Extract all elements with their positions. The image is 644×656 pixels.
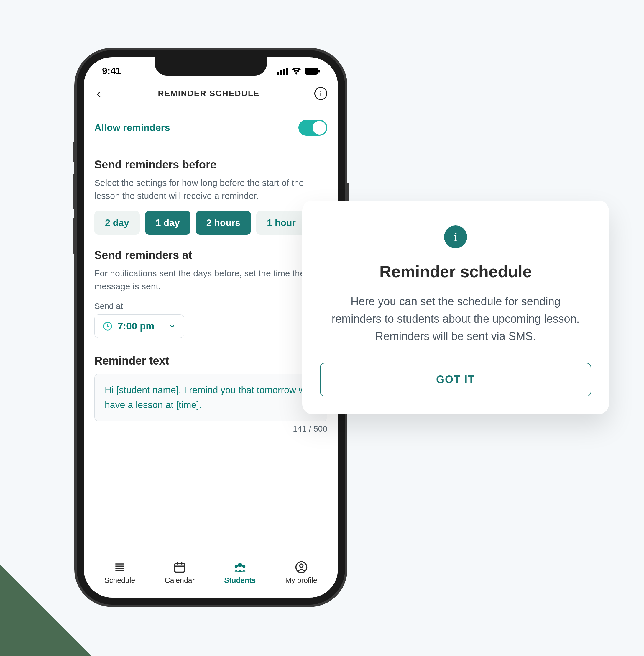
svg-rect-1 (280, 70, 282, 75)
calendar-icon (173, 561, 186, 574)
svg-rect-2 (283, 69, 285, 75)
svg-point-19 (300, 564, 303, 567)
allow-reminders-toggle[interactable] (298, 120, 327, 136)
svg-point-16 (234, 565, 238, 568)
tab-label: Students (224, 576, 256, 585)
status-time: 9:41 (102, 66, 121, 76)
info-modal: i Reminder schedule Here you can set the… (302, 201, 609, 414)
phone-volume-up (72, 174, 75, 209)
tab-label: Calendar (165, 576, 194, 585)
tab-profile[interactable]: My profile (285, 561, 317, 585)
send-at-value: 7:00 pm (118, 321, 155, 332)
send-at-title: Send reminders at (94, 249, 327, 262)
students-icon (233, 561, 247, 574)
phone-mute-switch (72, 141, 75, 162)
status-icons (277, 68, 320, 75)
svg-rect-0 (277, 72, 279, 75)
info-button[interactable]: i (314, 87, 327, 100)
allow-reminders-label: Allow reminders (94, 122, 170, 133)
tab-students[interactable]: Students (224, 561, 256, 585)
svg-rect-4 (305, 68, 318, 75)
tab-label: My profile (285, 576, 317, 585)
allow-reminders-row: Allow reminders (94, 112, 327, 144)
send-at-desc: For notifications sent the days before, … (94, 267, 327, 293)
header-bar: ‹ REMINDER SCHEDULE i (84, 80, 338, 108)
tab-bar: Schedule Calendar Students My profile (84, 555, 338, 597)
chip-2-day[interactable]: 2 day (94, 211, 140, 235)
chip-2-hours[interactable]: 2 hours (196, 211, 251, 235)
signal-icon (277, 68, 288, 75)
chevron-down-icon (169, 323, 176, 330)
phone-volume-down (72, 218, 75, 254)
send-before-desc: Select the settings for how long before … (94, 176, 327, 202)
svg-rect-3 (286, 68, 288, 75)
got-it-button[interactable]: GOT IT (320, 363, 591, 397)
battery-icon (305, 68, 320, 75)
info-icon: i (444, 225, 467, 248)
toggle-knob (313, 121, 326, 135)
reminder-text-header: Reminder text E (94, 355, 327, 367)
content-area: Allow reminders Send reminders before Se… (84, 108, 338, 555)
svg-point-15 (238, 563, 242, 567)
page-title: REMINDER SCHEDULE (158, 89, 259, 98)
tab-schedule[interactable]: Schedule (105, 561, 135, 585)
profile-icon (295, 561, 308, 574)
schedule-icon (113, 561, 126, 574)
chip-1-hour[interactable]: 1 hour (256, 211, 306, 235)
send-at-select[interactable]: 7:00 pm (94, 314, 184, 338)
modal-title: Reminder schedule (320, 262, 591, 281)
svg-rect-11 (175, 563, 185, 572)
tab-label: Schedule (105, 576, 135, 585)
svg-rect-5 (319, 70, 320, 72)
phone-notch (155, 57, 267, 75)
wifi-icon (291, 68, 301, 75)
reminder-text-box[interactable]: Hi [student name]. I remind you that tom… (94, 374, 327, 421)
phone-screen: 9:41 ‹ REMINDER SCHEDULE i Allow reminde… (84, 57, 338, 597)
back-button[interactable]: ‹ (94, 86, 103, 100)
send-before-title: Send reminders before (94, 158, 327, 171)
modal-description: Here you can set the schedule for sendin… (320, 293, 591, 345)
send-at-field-label: Send at (94, 301, 327, 311)
reminder-text-title: Reminder text (94, 355, 169, 367)
tab-calendar[interactable]: Calendar (165, 561, 194, 585)
send-before-options: 2 day 1 day 2 hours 1 hour (94, 211, 327, 235)
svg-point-17 (242, 565, 245, 568)
clock-icon (103, 321, 112, 331)
chip-1-day[interactable]: 1 day (145, 211, 190, 235)
char-count: 141 / 500 (94, 424, 327, 434)
